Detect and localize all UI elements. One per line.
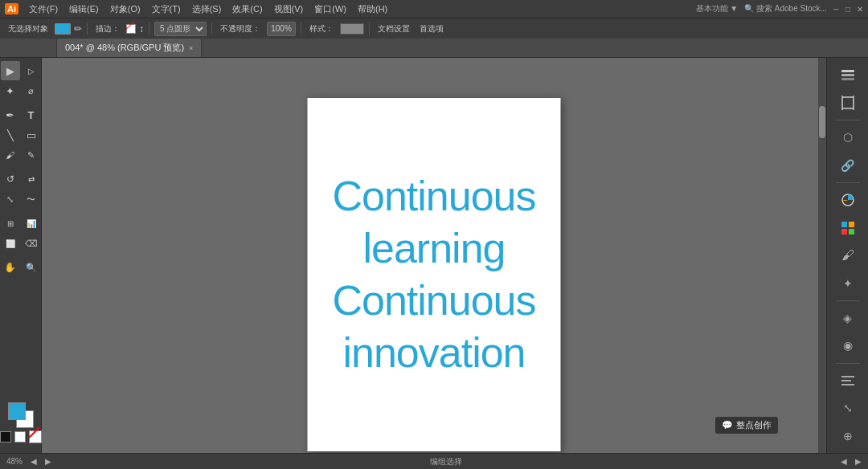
menu-object[interactable]: 对象(O): [106, 2, 145, 17]
window-minimize[interactable]: ─: [833, 5, 839, 14]
doc-settings-btn[interactable]: 文档设置: [375, 22, 413, 35]
free-transform-tool[interactable]: ⊞: [1, 214, 20, 233]
svg-rect-10: [849, 222, 854, 227]
magic-wand-row: ✦ ⌀: [1, 81, 41, 100]
menu-edit[interactable]: 编辑(E): [65, 2, 103, 17]
opacity-input[interactable]: [267, 22, 296, 36]
zoom-tool[interactable]: 🔍: [22, 258, 41, 277]
warp-tool[interactable]: 〜: [22, 190, 41, 209]
rotate-tools-row: ↺ ⇄: [1, 169, 41, 189]
svg-rect-1: [841, 74, 854, 76]
rotate-tool[interactable]: ↺: [1, 169, 20, 189]
graphic-styles-btn[interactable]: ◈: [833, 306, 862, 331]
page-next-btn[interactable]: ▶: [855, 457, 862, 466]
line-tools-row: ╲ ▭: [1, 125, 41, 145]
none-swatch[interactable]: [29, 430, 42, 443]
menu-window[interactable]: 窗口(W): [310, 2, 350, 17]
window-close[interactable]: ✕: [857, 5, 863, 14]
eraser-tool[interactable]: ⌫: [22, 234, 41, 253]
right-panel-divider-1: [836, 120, 860, 120]
menu-help[interactable]: 帮助(H): [354, 2, 391, 17]
svg-rect-3: [842, 97, 854, 108]
nav-next-btn[interactable]: ▶: [45, 457, 51, 466]
hand-tool[interactable]: ✋: [1, 258, 20, 277]
graph-tools-row: ⊞ 📊: [1, 214, 41, 233]
pen-tool-icon[interactable]: ✏: [74, 23, 82, 35]
stroke-arrows[interactable]: ↕: [139, 23, 144, 35]
layers-panel-btn[interactable]: [833, 63, 862, 88]
foreground-swatch[interactable]: [8, 402, 26, 420]
artboard-text-content: Continuous learning Continuous innovatio…: [332, 170, 535, 379]
text-line-1: Continuous: [332, 170, 535, 222]
page-prev-btn[interactable]: ◀: [841, 457, 847, 466]
magic-wand-tool[interactable]: ✦: [1, 81, 20, 100]
menu-file[interactable]: 文件(F): [25, 2, 62, 17]
adobe-stock-search[interactable]: 🔍 搜索 Adobe Stock...: [744, 3, 827, 14]
pen-tools-row: ✒ T: [1, 105, 41, 124]
default-colors-btn[interactable]: [0, 431, 11, 442]
paintbrush-tool[interactable]: 🖌: [1, 145, 20, 165]
canvas-area[interactable]: Continuous learning Continuous innovatio…: [42, 58, 826, 453]
artboards-btn[interactable]: [833, 91, 862, 116]
selection-tool[interactable]: ▶: [1, 61, 20, 80]
menu-select[interactable]: 选择(S): [188, 2, 226, 17]
wechat-text: 整点创作: [736, 419, 772, 431]
reflect-tool[interactable]: ⇄: [22, 169, 41, 189]
workspace-selector[interactable]: 基本功能 ▼: [696, 3, 739, 14]
point-shape-select[interactable]: 5 点圆形: [154, 22, 207, 36]
fg-bg-swatches[interactable]: [8, 402, 34, 428]
appearance-btn[interactable]: ◉: [833, 333, 862, 358]
fill-color-box[interactable]: [55, 23, 71, 35]
stroke-none-box[interactable]: [126, 24, 136, 34]
canvas-vertical-scrollbar[interactable]: [818, 58, 826, 453]
status-bar: 48% ◀ ▶ 编组选择 ◀ ▶: [0, 453, 868, 469]
svg-rect-9: [841, 222, 847, 227]
properties-btn[interactable]: ⬡: [833, 125, 862, 150]
toolbar-divider-1: [87, 22, 88, 35]
menu-type[interactable]: 文字(T): [148, 2, 185, 17]
svg-rect-11: [841, 229, 847, 234]
rectangle-tool[interactable]: ▭: [22, 125, 41, 145]
left-toolbar: ▶ ▷ ✦ ⌀ ✒ T ╲ ▭ 🖌 ✎ ↺ ⇄ ⤡ 〜 ⊞: [0, 58, 42, 453]
lasso-tool[interactable]: ⌀: [22, 81, 41, 100]
menu-bar-right: 基本功能 ▼ 🔍 搜索 Adobe Stock... ─ □ ✕: [696, 3, 863, 14]
canvas-scrollbar-thumb[interactable]: [819, 106, 825, 138]
menu-effect[interactable]: 效果(C): [228, 2, 266, 17]
document-tab[interactable]: 004* @ 48% (RGB/GPU 预览) ×: [56, 38, 202, 57]
pen-tool[interactable]: ✒: [1, 105, 20, 124]
transform-btn[interactable]: ⤡: [833, 396, 862, 421]
type-tool[interactable]: T: [22, 105, 41, 124]
ai-logo: Ai: [5, 3, 18, 14]
graph-tool[interactable]: 📊: [22, 214, 41, 233]
zoom-level[interactable]: 48%: [6, 457, 23, 466]
align-btn[interactable]: [833, 369, 862, 394]
stroke-label: 描边：: [92, 22, 123, 35]
svg-rect-12: [849, 229, 854, 234]
window-restore[interactable]: □: [845, 5, 850, 14]
zoom-tools-row: ✋ 🔍: [1, 258, 41, 277]
nav-prev-btn[interactable]: ◀: [31, 457, 37, 466]
scale-tool[interactable]: ⤡: [1, 190, 20, 209]
cc-libraries-btn[interactable]: 🔗: [833, 153, 862, 177]
menu-view[interactable]: 视图(V): [270, 2, 308, 17]
pathfinder-btn[interactable]: ⊕: [833, 424, 862, 449]
style-swatch[interactable]: [340, 23, 364, 35]
line-tool[interactable]: ╲: [1, 125, 20, 145]
slice-tool[interactable]: ⬜: [1, 234, 20, 253]
color-btn[interactable]: [833, 188, 862, 213]
paint-tools-row: 🖌 ✎: [1, 145, 41, 165]
pencil-tool[interactable]: ✎: [22, 145, 41, 165]
toolbar: 无选择对象 ✏ 描边： ↕ 5 点圆形 不透明度： 样式： 文档设置 首选项: [0, 18, 868, 39]
slice-tools-row: ⬜ ⌫: [1, 234, 41, 253]
tab-close-btn[interactable]: ×: [189, 44, 193, 52]
swap-colors-btn[interactable]: [14, 431, 26, 442]
right-panel: ⬡ 🔗 🖌 ✦ ◈ ◉ ⤡ ⊕: [826, 58, 868, 453]
preferences-btn[interactable]: 首选项: [416, 22, 447, 35]
toolbar-divider-3: [211, 22, 212, 35]
swatches-btn[interactable]: [833, 215, 862, 240]
direct-selection-tool[interactable]: ▷: [22, 61, 41, 80]
wechat-icon: 💬: [722, 420, 733, 430]
brushes-btn[interactable]: 🖌: [833, 243, 862, 268]
symbols-btn[interactable]: ✦: [833, 271, 862, 296]
artboard: Continuous learning Continuous innovatio…: [308, 98, 561, 451]
